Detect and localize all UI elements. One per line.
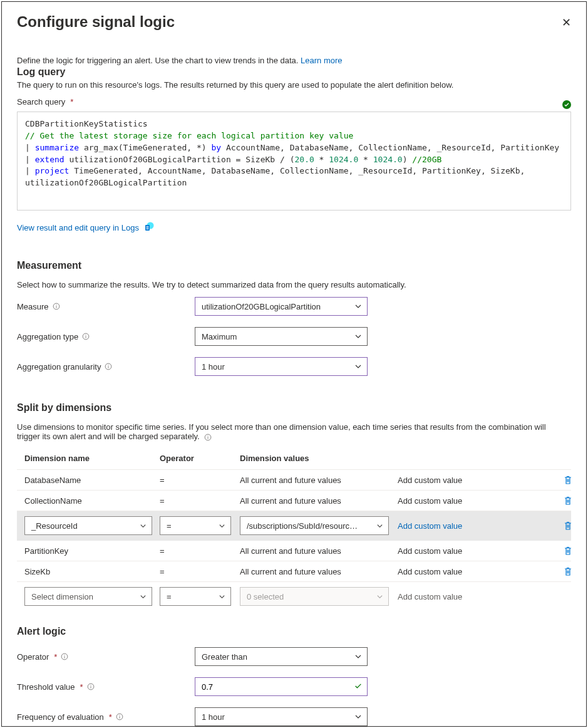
dimension-operator-select[interactable]: =: [160, 516, 231, 535]
info-icon[interactable]: [87, 683, 95, 690]
search-query-editor[interactable]: CDBPartitionKeyStatistics // Get the lat…: [17, 112, 571, 211]
dimension-row: DatabaseName = All current and future va…: [17, 470, 571, 491]
chevron-down-icon: [354, 713, 362, 720]
add-custom-value-link[interactable]: Add custom value: [398, 496, 557, 506]
alert-logic-heading: Alert logic: [17, 626, 571, 637]
dimension-values-select: 0 selected: [240, 587, 389, 606]
dimension-name[interactable]: SizeKb: [24, 567, 160, 576]
measurement-heading: Measurement: [17, 260, 571, 271]
dimension-values[interactable]: All current and future values: [240, 476, 398, 485]
dimension-values[interactable]: All current and future values: [240, 546, 398, 556]
dimension-row: _ResourceId = /subscriptions/SubId/resou…: [17, 511, 571, 541]
delete-icon[interactable]: [557, 546, 579, 556]
svg-point-25: [119, 715, 120, 715]
dimension-name[interactable]: CollectionName: [24, 496, 160, 506]
intro-text: Define the logic for triggering an alert…: [17, 56, 298, 65]
dimension-name-select[interactable]: _ResourceId: [24, 516, 152, 535]
log-query-heading: Log query: [17, 66, 571, 78]
measurement-desc: Select how to summarize the results. We …: [17, 280, 571, 289]
dimension-name[interactable]: PartitionKey: [24, 546, 160, 556]
threshold-label: Threshold value: [17, 682, 75, 692]
delete-icon[interactable]: [557, 496, 579, 506]
required-asterisk: *: [70, 97, 73, 107]
frequency-label: Frequency of evaluation: [17, 712, 104, 722]
validation-check-icon: [354, 682, 363, 692]
chevron-down-icon: [140, 523, 147, 529]
info-icon[interactable]: [105, 363, 112, 370]
panel-title: Configure signal logic: [17, 13, 175, 31]
chevron-down-icon: [219, 523, 225, 529]
validation-check-icon: [562, 100, 571, 111]
dimension-values[interactable]: All current and future values: [240, 496, 398, 506]
add-custom-value-link[interactable]: Add custom value: [398, 476, 557, 485]
dimension-values[interactable]: All current and future values: [240, 567, 398, 576]
col-operator: Operator: [160, 454, 240, 463]
measure-label: Measure: [17, 302, 49, 311]
dimension-name-select[interactable]: Select dimension: [24, 587, 152, 606]
add-custom-value-link[interactable]: Add custom value: [398, 567, 557, 576]
add-custom-value-link[interactable]: Add custom value: [398, 546, 557, 556]
operator-label: Operator: [17, 652, 49, 662]
log-query-desc: The query to run on this resource's logs…: [17, 80, 571, 90]
chevron-down-icon: [354, 333, 362, 340]
aggregation-type-label: Aggregation type: [17, 332, 78, 341]
add-custom-value-disabled: Add custom value: [398, 592, 557, 601]
info-icon[interactable]: [82, 333, 90, 340]
required-asterisk: *: [109, 712, 112, 722]
view-in-logs-link[interactable]: View result and edit query in Logs: [17, 223, 139, 232]
learn-more-link[interactable]: Learn more: [301, 56, 342, 65]
dimensions-header-row: Dimension name Operator Dimension values: [17, 449, 571, 470]
dimension-operator[interactable]: =: [160, 496, 240, 506]
close-icon[interactable]: ✕: [562, 13, 571, 28]
threshold-input[interactable]: [195, 677, 368, 696]
chevron-down-icon: [140, 593, 147, 600]
svg-point-7: [56, 304, 56, 305]
delete-icon[interactable]: [557, 475, 579, 485]
info-icon[interactable]: [61, 653, 68, 660]
info-icon[interactable]: [204, 434, 212, 441]
svg-point-19: [64, 655, 65, 655]
chevron-down-icon: [354, 653, 362, 660]
col-dimension-values: Dimension values: [240, 454, 398, 463]
split-dimensions-desc: Use dimensions to monitor specific time …: [17, 422, 546, 441]
dimension-row: PartitionKey = All current and future va…: [17, 541, 571, 561]
dimension-values-select[interactable]: /subscriptions/SubId/resourc…: [240, 516, 389, 535]
info-icon[interactable]: [53, 303, 60, 310]
svg-point-16: [208, 435, 209, 436]
svg-point-13: [108, 365, 109, 365]
dimension-operator[interactable]: =: [160, 476, 240, 485]
col-dimension-name: Dimension name: [24, 454, 160, 463]
delete-icon[interactable]: [557, 521, 579, 531]
dimension-operator-select[interactable]: =: [160, 587, 231, 606]
svg-point-22: [90, 685, 91, 685]
chevron-down-icon: [354, 363, 362, 370]
dimension-name[interactable]: DatabaseName: [24, 476, 160, 485]
operator-select[interactable]: Greater than: [195, 647, 368, 666]
chevron-down-icon: [376, 523, 383, 529]
chevron-down-icon: [354, 303, 362, 310]
svg-rect-4: [146, 227, 148, 228]
required-asterisk: *: [80, 682, 83, 692]
dimension-row: CollectionName = All current and future …: [17, 491, 571, 511]
chevron-down-icon: [219, 593, 225, 600]
dimension-row: SizeKb = All current and future values A…: [17, 561, 571, 582]
aggregation-granularity-label: Aggregation granularity: [17, 362, 101, 372]
delete-icon[interactable]: [557, 566, 579, 576]
dimension-row-empty: Select dimension = 0 selected Add custom…: [17, 582, 571, 611]
svg-rect-3: [146, 226, 148, 227]
dimension-operator[interactable]: =: [160, 567, 240, 576]
search-query-label: Search query: [17, 97, 65, 107]
frequency-select[interactable]: 1 hour: [195, 707, 368, 726]
measure-select[interactable]: utilizationOf20GBLogicalPartition: [195, 297, 368, 316]
svg-rect-5: [146, 229, 148, 229]
info-icon[interactable]: [116, 713, 123, 720]
aggregation-granularity-select[interactable]: 1 hour: [195, 357, 368, 376]
split-dimensions-heading: Split by dimensions: [17, 402, 571, 413]
logs-icon: [144, 222, 154, 234]
add-custom-value-link[interactable]: Add custom value: [398, 521, 557, 531]
aggregation-type-select[interactable]: Maximum: [195, 327, 368, 346]
required-asterisk: *: [54, 652, 57, 662]
svg-point-10: [86, 335, 86, 335]
dimension-operator[interactable]: =: [160, 546, 240, 556]
chevron-down-icon: [376, 593, 383, 600]
